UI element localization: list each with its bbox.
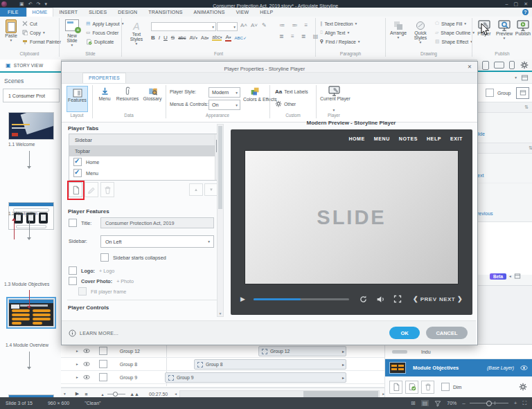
player-nav-notes[interactable]: NOTES: [399, 136, 418, 141]
preview-button[interactable]: Preview▾: [495, 20, 514, 40]
timeline-row-group9[interactable]: ▸ Group 9 Group 9 ▸: [61, 371, 384, 384]
group-style-button[interactable]: [516, 87, 529, 99]
seekbar[interactable]: [254, 298, 349, 300]
eye-icon[interactable]: [82, 361, 91, 367]
list-icons[interactable]: ≔ ≕ ≡: [279, 22, 310, 28]
notes-view-icon[interactable]: ▤: [421, 400, 429, 406]
trigger-link-previous[interactable]: revious: [477, 211, 493, 216]
beta-caret-icon[interactable]: ◂: [509, 274, 511, 278]
glossary-button[interactable]: Glossary: [141, 87, 163, 101]
quick-styles-button[interactable]: Quick Styles▾: [410, 21, 431, 44]
paste-button[interactable]: Paste▾: [3, 19, 19, 42]
maximize-button[interactable]: ▢: [514, 1, 519, 7]
layer-row-selected[interactable]: Module Objectives (Base Layer): [385, 359, 532, 376]
dialog-left-scrollbar[interactable]: ▼: [217, 124, 224, 317]
new-tab-button[interactable]: [69, 182, 82, 197]
current-player-button[interactable]: Current Player▾: [320, 86, 348, 114]
panel-window-icon[interactable]: [521, 74, 529, 82]
text-direction-button[interactable]: ∥Text Direction▾: [320, 21, 357, 26]
player-button[interactable]: Player: [475, 20, 493, 36]
resources-button[interactable]: Resources: [115, 87, 140, 101]
trigger-link-next[interactable]: ext: [477, 173, 484, 178]
zoom-slider[interactable]: [470, 403, 508, 403]
char-spacing-button[interactable]: AV▾: [189, 35, 197, 40]
cut-button[interactable]: Cut: [22, 21, 37, 26]
tab-transitions[interactable]: TRANSITIONS: [143, 8, 188, 17]
tab-animations[interactable]: ANIMATIONS: [188, 8, 231, 17]
player-nav-home[interactable]: HOME: [348, 136, 364, 141]
stop-icon[interactable]: ■: [85, 392, 87, 397]
new-layer-button[interactable]: [389, 381, 402, 394]
home-checkbox[interactable]: [73, 158, 82, 166]
eye-icon[interactable]: [82, 374, 91, 381]
find-replace-button[interactable]: ⚲Find / Replace▾: [320, 39, 360, 44]
sort-icon[interactable]: ⇅: [524, 104, 529, 110]
row-checkbox[interactable]: [99, 360, 107, 368]
zoom-in-icon[interactable]: +: [514, 400, 517, 406]
save-icon[interactable]: ▣: [19, 0, 24, 8]
timeline-bar-group8[interactable]: Group 8 ▸: [194, 359, 346, 370]
timeline-bar-group12[interactable]: Group 12 ▸: [258, 346, 346, 356]
player-tab-home[interactable]: Home: [69, 156, 222, 167]
cover-photo-checkbox[interactable]: [69, 277, 77, 285]
font-name-combo[interactable]: ▾: [151, 22, 216, 31]
player-nav-help[interactable]: HELP: [427, 136, 441, 141]
volume-icon[interactable]: [376, 295, 385, 304]
shape-effect-button[interactable]: ▨Shape Effect▾: [435, 39, 472, 44]
move-up-button[interactable]: ▲: [189, 183, 203, 196]
timeline-row-group8[interactable]: ▸ Group 8 Group 8 ▸: [61, 358, 384, 371]
zoom-slider-knob[interactable]: [486, 401, 492, 406]
shape-fill-button[interactable]: ⬠Shape Fill▾: [435, 21, 466, 26]
player-nav-exit[interactable]: EXIT: [450, 136, 463, 141]
zoom-out-tick-icon[interactable]: ▴: [101, 392, 103, 397]
collapse-timeline-icon[interactable]: ▾: [64, 392, 66, 396]
replay-icon[interactable]: [359, 295, 368, 304]
help-icon[interactable]: ?: [522, 9, 529, 15]
duplicate-button[interactable]: Duplicate: [86, 39, 114, 45]
edit-tab-button[interactable]: [85, 182, 98, 197]
scroll-left-icon[interactable]: ◂: [175, 392, 177, 396]
expand-icon[interactable]: ▸: [76, 375, 78, 379]
subscript-button[interactable]: abc: [178, 35, 186, 40]
menus-controls-select[interactable]: On▾: [209, 100, 240, 110]
publish-button[interactable]: Publish: [514, 20, 532, 36]
trigger-link-slide[interactable]: lide: [477, 131, 485, 136]
expand-icon[interactable]: ▸: [76, 362, 78, 366]
slide-thumbnail-1-1[interactable]: [8, 112, 54, 140]
apply-layout-button[interactable]: ▤Apply Layout▾: [86, 21, 124, 26]
other-button[interactable]: Other: [275, 100, 296, 107]
focus-order-button[interactable]: ▭Focus Order: [86, 30, 118, 35]
eye-icon[interactable]: [520, 364, 529, 372]
font-size-combo[interactable]: ▾: [217, 22, 238, 31]
scroll-down-icon[interactable]: ▼: [218, 311, 223, 316]
fit-to-window-icon[interactable]: ⛶: [522, 400, 526, 407]
menu-checkbox[interactable]: [73, 169, 82, 177]
dim-checkbox[interactable]: [441, 383, 450, 391]
collapse-caret-icon[interactable]: ▾: [515, 75, 517, 80]
player-tab-sidebar[interactable]: Sidebar: [69, 134, 222, 145]
cancel-button[interactable]: CANCEL: [426, 327, 468, 339]
format-painter-button[interactable]: Format Painter: [22, 39, 61, 44]
font-color-button[interactable]: A▾: [225, 34, 231, 42]
tab-properties[interactable]: PROPERTIES: [82, 73, 126, 83]
tab-design[interactable]: DESIGN: [112, 8, 143, 17]
quick-access-caret-icon[interactable]: ▾: [44, 0, 47, 8]
font-size-tools[interactable]: A˄A˅✎: [240, 22, 267, 28]
player-tab-menu[interactable]: Menu: [69, 167, 222, 179]
story-view-tab[interactable]: ▣ STORY VIEW: [0, 60, 61, 73]
zoom-out-icon[interactable]: –: [462, 400, 465, 406]
delete-tab-button[interactable]: [100, 182, 114, 197]
redo-icon[interactable]: ↷: [37, 0, 41, 8]
minimize-button[interactable]: –: [506, 1, 508, 6]
timeline-row-group12[interactable]: ▸ Group 12 Group 12 ▸: [61, 345, 384, 358]
row-checkbox[interactable]: [99, 347, 107, 355]
title-input[interactable]: [100, 217, 214, 228]
grid-view-icon[interactable]: ⊞: [411, 400, 416, 406]
tab-slides[interactable]: SLIDES: [83, 8, 112, 17]
row-checkbox[interactable]: [99, 373, 107, 381]
colors-effects-button[interactable]: Colors & Effects: [243, 87, 267, 102]
align-text-button[interactable]: ⌷Align Text▾: [320, 30, 349, 35]
ok-button[interactable]: OK: [389, 327, 420, 339]
tab-help[interactable]: HELP: [254, 8, 278, 17]
sort-icon[interactable]: ⇅: [529, 145, 532, 151]
